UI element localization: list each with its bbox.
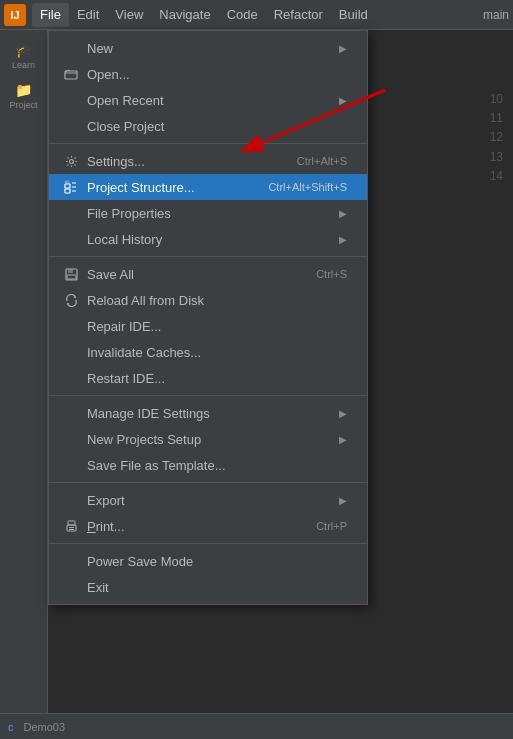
repair-ide-icon	[61, 316, 81, 336]
menubar: IJ File Edit View Navigate Code Refactor…	[0, 0, 513, 30]
svg-point-1	[69, 159, 73, 163]
local-history-icon	[61, 229, 81, 249]
export-icon	[61, 490, 81, 510]
local-history-arrow: ▶	[339, 234, 347, 245]
file-menu-dropdown: New ▶ Open... Open Recent ▶ Close Projec…	[48, 30, 368, 605]
svg-rect-7	[67, 275, 76, 279]
menu-item-file-properties[interactable]: File Properties ▶	[49, 200, 367, 226]
separator-2	[49, 256, 367, 257]
menu-item-settings[interactable]: Settings... Ctrl+Alt+S	[49, 148, 367, 174]
menu-item-repair-ide[interactable]: Repair IDE...	[49, 313, 367, 339]
separator-4	[49, 482, 367, 483]
separator-5	[49, 543, 367, 544]
menu-item-exit[interactable]: Exit	[49, 574, 367, 600]
print-icon	[61, 516, 81, 536]
svg-rect-3	[65, 181, 69, 183]
restart-ide-icon	[61, 368, 81, 388]
menu-item-print[interactable]: Print... Ctrl+P	[49, 513, 367, 539]
new-projects-setup-arrow: ▶	[339, 434, 347, 445]
menubar-item-edit[interactable]: Edit	[69, 3, 107, 27]
svg-rect-11	[69, 529, 74, 530]
menu-item-export[interactable]: Export ▶	[49, 487, 367, 513]
menu-item-close-project[interactable]: Close Project	[49, 113, 367, 139]
reload-all-icon	[61, 290, 81, 310]
menu-item-open-recent[interactable]: Open Recent ▶	[49, 87, 367, 113]
file-properties-icon	[61, 203, 81, 223]
svg-rect-2	[65, 184, 70, 188]
menu-item-open[interactable]: Open...	[49, 61, 367, 87]
save-file-as-template-icon	[61, 455, 81, 475]
sidebar-item-project[interactable]: 📁 Project	[4, 78, 44, 114]
sidebar-left: 🎓 Learn 📁 Project	[0, 30, 48, 739]
menu-item-new-projects-setup[interactable]: New Projects Setup ▶	[49, 426, 367, 452]
svg-rect-4	[65, 189, 70, 193]
save-all-shortcut: Ctrl+S	[316, 268, 347, 280]
exit-icon	[61, 577, 81, 597]
close-project-icon	[61, 116, 81, 136]
menu-item-restart-ide[interactable]: Restart IDE...	[49, 365, 367, 391]
menubar-right: main	[483, 8, 509, 22]
manage-ide-settings-arrow: ▶	[339, 408, 347, 419]
menu-item-save-all[interactable]: Save All Ctrl+S	[49, 261, 367, 287]
demo03-icon: c	[8, 721, 14, 733]
manage-ide-settings-icon	[61, 403, 81, 423]
menu-item-save-file-as-template[interactable]: Save File as Template...	[49, 452, 367, 478]
power-save-mode-icon	[61, 551, 81, 571]
menubar-item-view[interactable]: View	[107, 3, 151, 27]
bottom-bar-demo03: Demo03	[24, 721, 66, 733]
separator-1	[49, 143, 367, 144]
menubar-item-build[interactable]: Build	[331, 3, 376, 27]
new-arrow: ▶	[339, 43, 347, 54]
settings-shortcut: Ctrl+Alt+S	[297, 155, 347, 167]
new-icon	[61, 38, 81, 58]
print-shortcut: Ctrl+P	[316, 520, 347, 532]
svg-rect-0	[65, 71, 77, 79]
sidebar-item-learn[interactable]: 🎓 Learn	[4, 38, 44, 74]
save-all-icon	[61, 264, 81, 284]
open-recent-icon	[61, 90, 81, 110]
svg-rect-9	[68, 521, 75, 525]
svg-rect-6	[68, 269, 73, 273]
menu-item-new[interactable]: New ▶	[49, 35, 367, 61]
open-icon	[61, 64, 81, 84]
file-properties-arrow: ▶	[339, 208, 347, 219]
menubar-item-file[interactable]: File	[32, 3, 69, 27]
menubar-item-code[interactable]: Code	[219, 3, 266, 27]
bottom-bar: c Demo03	[0, 713, 513, 739]
separator-3	[49, 395, 367, 396]
app-logo: IJ	[4, 4, 26, 26]
editor-line-numbers: 10 11 12 13 14	[490, 90, 503, 186]
menubar-item-refactor[interactable]: Refactor	[266, 3, 331, 27]
menu-item-power-save-mode[interactable]: Power Save Mode	[49, 548, 367, 574]
svg-rect-10	[69, 527, 74, 528]
menu-item-project-structure[interactable]: Project Structure... Ctrl+Alt+Shift+S	[49, 174, 367, 200]
menubar-item-navigate[interactable]: Navigate	[151, 3, 218, 27]
open-recent-arrow: ▶	[339, 95, 347, 106]
menu-item-invalidate-caches[interactable]: Invalidate Caches...	[49, 339, 367, 365]
settings-icon	[61, 151, 81, 171]
export-arrow: ▶	[339, 495, 347, 506]
menu-item-reload-all[interactable]: Reload All from Disk	[49, 287, 367, 313]
project-structure-shortcut: Ctrl+Alt+Shift+S	[268, 181, 347, 193]
learn-icon: 🎓	[15, 42, 32, 58]
new-projects-setup-icon	[61, 429, 81, 449]
project-icon: 📁	[15, 82, 32, 98]
menu-item-local-history[interactable]: Local History ▶	[49, 226, 367, 252]
menu-item-manage-ide-settings[interactable]: Manage IDE Settings ▶	[49, 400, 367, 426]
invalidate-caches-icon	[61, 342, 81, 362]
project-structure-icon	[61, 177, 81, 197]
